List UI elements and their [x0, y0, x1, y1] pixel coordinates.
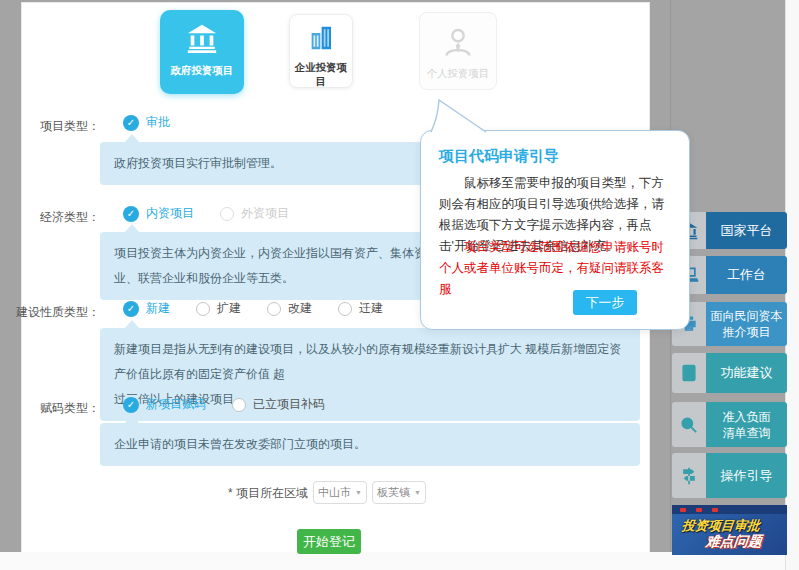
browser-scrollbar[interactable] [785, 0, 799, 570]
field-label-project-type: 项目类型： [0, 118, 100, 135]
card-label: 政府投资项目 [160, 64, 244, 78]
field-label-economy-type: 经济类型： [0, 209, 100, 226]
field-label-construction-nature: 建设性质类型： [0, 304, 100, 321]
buildings-icon [306, 23, 336, 53]
badge-icon [712, 508, 718, 512]
radio-new-project-code[interactable]: ✓ 新项目赋码 [123, 396, 206, 413]
project-type-options: ✓ 审批 [123, 114, 170, 131]
next-step-button[interactable]: 下一步 [573, 290, 637, 315]
sidebar-item-operation-guide[interactable]: 操作引导 [672, 453, 787, 498]
grid-icon [672, 353, 706, 393]
radio-checked-icon: ✓ [123, 301, 139, 317]
card-enterprise-investment[interactable]: 企业投资项目 [289, 14, 353, 88]
start-registration-button[interactable]: 开始登记 [297, 529, 361, 554]
economy-type-options: ✓ 内资项目 外资项目 [123, 205, 289, 222]
search-icon [672, 402, 706, 447]
promo-banner-text-2: 难点问题 [705, 533, 763, 551]
card-label: 企业投资项目 [290, 61, 352, 89]
radio-checked-icon: ✓ [123, 206, 139, 222]
radio-unchecked-icon [196, 302, 210, 316]
radio-checked-icon: ✓ [123, 115, 139, 131]
badge-icon [696, 508, 702, 512]
radio-existing-project-code[interactable]: 已立项目补码 [232, 396, 325, 413]
radio-new-build[interactable]: ✓ 新建 [123, 300, 170, 317]
person-icon [441, 25, 475, 59]
tooltip-warning: 项目类型可选范围依据您申请账号时个人或者单位账号而定，有疑问请联系客服 [439, 237, 675, 300]
page-bottom-strip [0, 552, 785, 570]
construction-nature-options: ✓ 新建 扩建 改建 迁建 [123, 300, 383, 317]
info-coding-type: 企业申请的项目未曾在发改委部门立项的项目。 [100, 423, 640, 466]
radio-foreign-funded[interactable]: 外资项目 [220, 205, 289, 222]
card-personal-investment[interactable]: 个人投资项目 [419, 12, 497, 90]
radio-relocation[interactable]: 迁建 [338, 300, 383, 317]
radio-unchecked-icon [338, 302, 352, 316]
sidebar-item-feature-suggestions[interactable]: 功能建议 [672, 353, 787, 393]
radio-unchecked-icon [232, 398, 246, 412]
region-label: * 项目所在区域： [228, 485, 320, 502]
caret-down-icon: ▼ [414, 489, 421, 496]
card-label: 个人投资项目 [420, 67, 496, 81]
coding-type-options: ✓ 新项目赋码 已立项目补码 [123, 396, 325, 413]
guide-tooltip: 项目代码申请引导 鼠标移至需要申报的项目类型，下方则会有相应的项目引导选项供给选… [420, 130, 690, 330]
badge-icon [680, 508, 686, 512]
caret-down-icon: ▼ [355, 489, 362, 496]
tooltip-title: 项目代码申请引导 [439, 147, 559, 166]
city-select[interactable]: 中山市 ▼ [313, 481, 367, 504]
radio-approval[interactable]: ✓ 审批 [123, 114, 170, 131]
radio-checked-icon: ✓ [123, 397, 139, 413]
promo-banner-header [672, 505, 787, 514]
page: 政府投资项目 企业投资项目 个人投资项目 项目类型： ✓ 审批 政府投资项目实行… [0, 0, 799, 570]
promo-banner-image[interactable]: 投资项目审批 难点问题 [672, 505, 787, 555]
radio-unchecked-icon [220, 207, 234, 221]
radio-unchecked-icon [267, 302, 281, 316]
town-select[interactable]: 板芙镇 ▼ [372, 481, 426, 504]
radio-domestic-funded[interactable]: ✓ 内资项目 [123, 205, 194, 222]
field-label-coding-type: 赋码类型： [0, 400, 100, 417]
bank-icon [185, 22, 219, 56]
card-government-investment[interactable]: 政府投资项目 [160, 10, 244, 94]
sidebar-item-negative-list-search[interactable]: 准入负面 清单查询 [672, 402, 787, 447]
radio-reconstruction[interactable]: 改建 [267, 300, 312, 317]
signpost-icon [672, 453, 706, 498]
tooltip-tail [424, 96, 494, 133]
radio-expansion[interactable]: 扩建 [196, 300, 241, 317]
